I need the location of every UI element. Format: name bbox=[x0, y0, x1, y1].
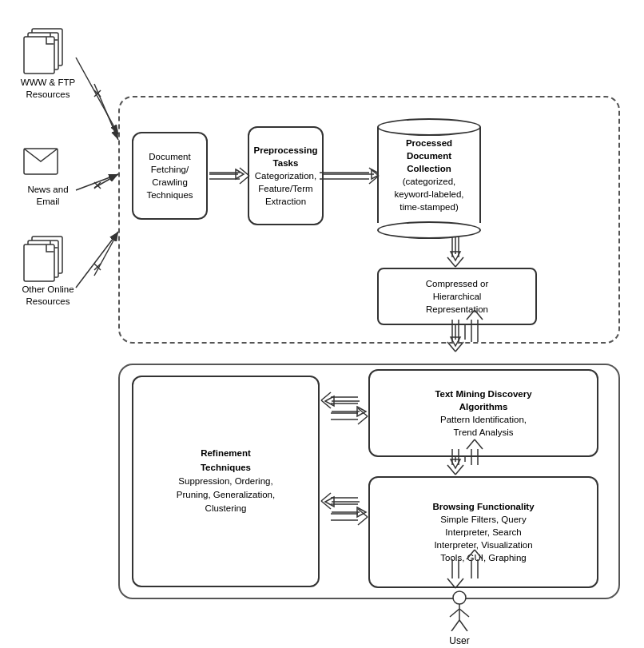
www-ftp-label: WWW & FTP Resources bbox=[8, 77, 88, 101]
preprocessing-tasks-box: PreprocessingTasksCategorization,Feature… bbox=[248, 126, 324, 225]
document-fetching-label: DocumentFetching/CrawlingTechniques bbox=[146, 150, 193, 201]
other-online-icon bbox=[18, 230, 81, 288]
svg-line-103 bbox=[450, 609, 459, 617]
svg-line-105 bbox=[451, 620, 459, 631]
browsing-label: Browsing FunctionalitySimple Filters, Qu… bbox=[432, 500, 534, 564]
other-online-label: Other OnlineResources bbox=[8, 284, 88, 308]
text-mining-label: Text Mining DiscoveryAlgorithmsPattern I… bbox=[435, 388, 531, 439]
news-email-label: News andEmail bbox=[8, 184, 88, 208]
svg-line-6 bbox=[94, 232, 118, 276]
svg-point-101 bbox=[453, 591, 466, 604]
svg-line-44 bbox=[94, 264, 101, 270]
svg-line-106 bbox=[459, 620, 467, 631]
user-figure: User bbox=[435, 590, 483, 646]
refinement-box: RefinementTechniquesSuppression, Orderin… bbox=[132, 376, 320, 587]
processed-doc-cylinder: ProcessedDocumentCollection(categorized,… bbox=[377, 118, 481, 239]
refinement-label: RefinementTechniquesSuppression, Orderin… bbox=[177, 447, 275, 515]
document-fetching-box: DocumentFetching/CrawlingTechniques bbox=[132, 132, 208, 220]
browsing-box: Browsing FunctionalitySimple Filters, Qu… bbox=[368, 476, 598, 588]
user-label: User bbox=[435, 635, 483, 646]
svg-line-42 bbox=[94, 182, 101, 189]
text-mining-box: Text Mining DiscoveryAlgorithmsPattern I… bbox=[368, 369, 598, 457]
svg-line-41 bbox=[94, 182, 101, 189]
svg-line-40 bbox=[94, 90, 101, 97]
svg-line-39 bbox=[94, 90, 101, 97]
compressed-box: Compressed orHierarchicalRepresentation bbox=[377, 268, 537, 325]
svg-line-5 bbox=[94, 174, 118, 188]
diagram: WWW & FTP Resources News andEmail bbox=[0, 0, 644, 648]
svg-line-38 bbox=[76, 232, 118, 288]
svg-line-104 bbox=[459, 609, 469, 617]
preprocessing-tasks-label: PreprocessingTasksCategorization,Feature… bbox=[254, 144, 318, 208]
compressed-label: Compressed orHierarchicalRepresentation bbox=[426, 277, 489, 316]
processed-doc-label: ProcessedDocumentCollection(categorized,… bbox=[395, 137, 464, 214]
www-ftp-icon bbox=[18, 22, 81, 81]
svg-line-43 bbox=[94, 264, 101, 270]
svg-line-4 bbox=[94, 84, 118, 140]
